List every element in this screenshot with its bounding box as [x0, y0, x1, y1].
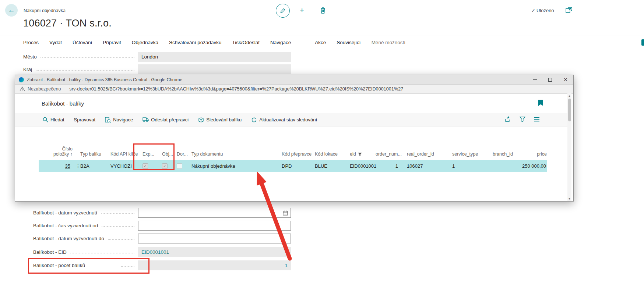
- row-menu-icon[interactable]: ⋮: [75, 163, 81, 169]
- menu-item-akce[interactable]: Akce: [315, 40, 326, 45]
- send-to-carrier-button[interactable]: Odeslat přepravci: [142, 117, 189, 122]
- field-label: Kraj: [23, 67, 32, 72]
- dotted-leader: [41, 53, 134, 58]
- list-options-button[interactable]: [534, 117, 540, 123]
- pocet-baliku-field[interactable]: 1: [138, 260, 291, 270]
- kraj-field[interactable]: [138, 64, 291, 74]
- table-row[interactable]: 35 ⋮ B2A VYCHOZI Nákupní objednávka DPD …: [39, 160, 547, 172]
- menu-item-navigace[interactable]: Navigace: [270, 40, 291, 45]
- calendar-icon[interactable]: [283, 210, 288, 217]
- warning-icon: [20, 86, 25, 92]
- popup-toolbar: Hledat Spravovat Navigace Odeslat přepra…: [15, 113, 567, 127]
- truck-icon: [142, 117, 149, 122]
- eid-link[interactable]: EID0001001: [350, 163, 376, 169]
- popup-scrollbar[interactable]: ▲ ▼: [567, 93, 571, 201]
- column-branch-id[interactable]: branch_id: [493, 152, 518, 159]
- column-obj[interactable]: Obj...: [158, 152, 177, 159]
- package-tracking-button[interactable]: Sledování balíku: [198, 117, 242, 123]
- column-kod-prepravce[interactable]: Kód přepravce: [282, 152, 315, 159]
- datum-vyzvednuti-do-input[interactable]: [138, 234, 291, 243]
- edit-button[interactable]: [276, 4, 290, 18]
- delete-button[interactable]: [320, 7, 326, 15]
- popout-icon: [566, 7, 572, 13]
- scrollbar-thumb[interactable]: [568, 99, 571, 121]
- page-search-icon: [105, 117, 111, 123]
- sort-ascending-icon: ↑: [70, 152, 73, 157]
- exp-checkbox[interactable]: [142, 163, 148, 169]
- chrome-address-bar[interactable]: Nezabezpečeno srv-docker01:5025/BC/?book…: [15, 85, 573, 94]
- table-header: Číslo položky ↑ Typ balíku Kód API klíče…: [39, 142, 547, 159]
- cas-vyzvednuti-od-input[interactable]: [138, 221, 291, 231]
- page-title: 106027 · TON s.r.o.: [23, 18, 112, 29]
- open-in-new-window-button[interactable]: [566, 7, 572, 14]
- saved-status: ✓Uloženo: [531, 8, 554, 13]
- scroll-down-icon[interactable]: ▼: [567, 196, 571, 201]
- dor-checkbox[interactable]: [177, 163, 182, 169]
- menu-item-tisk-odeslat[interactable]: Tisk/Odeslat: [232, 40, 260, 45]
- action-ribbon: Proces Vydat Účtování Připravit Objednáv…: [0, 36, 644, 49]
- manage-button[interactable]: Spravovat: [74, 117, 96, 122]
- mesto-field[interactable]: London: [138, 52, 291, 62]
- menu-item-souvisejici[interactable]: Související: [337, 40, 360, 45]
- ribbon-divider: [304, 39, 304, 46]
- close-button[interactable]: ✕: [558, 75, 573, 84]
- share-icon: [505, 116, 511, 122]
- window-title: Zobrazit - Balíkobot - balíky - Dynamics…: [27, 77, 527, 82]
- column-dor[interactable]: Dor...: [177, 152, 191, 159]
- menu-item-schvalovani[interactable]: Schvalování požadavku: [169, 40, 222, 45]
- column-kod-lokace[interactable]: Kód lokace: [315, 152, 350, 159]
- eid-value-link[interactable]: EID0001001: [141, 249, 169, 255]
- pencil-icon: [280, 8, 286, 14]
- column-cislo-polozky[interactable]: Číslo položky ↑: [39, 146, 75, 159]
- cell-order-num: 1: [376, 163, 403, 169]
- share-button[interactable]: [505, 116, 511, 123]
- column-kod-api[interactable]: Kód API klíče: [110, 152, 138, 159]
- cell-service-type: 1: [452, 163, 493, 169]
- url-divider: [65, 86, 65, 92]
- page-caption: Nákupní objednávka: [24, 8, 66, 13]
- menu-item-pripravit[interactable]: Připravit: [103, 40, 121, 45]
- refresh-tracking-button[interactable]: Aktualizovat stav sledování: [251, 117, 317, 123]
- scroll-up-icon[interactable]: ▲: [567, 93, 571, 98]
- column-eid[interactable]: eid: [350, 152, 376, 159]
- field-row-cas-vyzvednuti-od: Balíkobot - čas vyzvednutí od: [33, 220, 291, 231]
- balikobot-eid-field[interactable]: EID0001001: [138, 247, 291, 257]
- maximize-button[interactable]: [542, 75, 558, 84]
- add-button[interactable]: +: [300, 6, 304, 15]
- security-label: Nezabezpečeno: [28, 86, 61, 92]
- datum-vyzvednuti-input[interactable]: [138, 208, 291, 218]
- field-row-pocet-baliku: Balíkobot - počet balíků 1: [33, 260, 291, 270]
- row-number-link[interactable]: 35: [65, 163, 70, 169]
- field-row-eid: Balíkobot - EID EID0001001: [33, 247, 291, 257]
- obj-checkbox[interactable]: [162, 163, 168, 169]
- dotted-leader: [36, 65, 134, 71]
- column-typ-dokumentu[interactable]: Typ dokumentu: [191, 152, 282, 159]
- column-price[interactable]: price: [518, 152, 547, 159]
- column-typ-baliku[interactable]: Typ balíku: [80, 152, 110, 159]
- bookmark-icon[interactable]: [538, 100, 543, 107]
- funnel-icon: [520, 117, 525, 122]
- column-real-order-id[interactable]: real_order_id: [403, 152, 452, 159]
- column-service-type[interactable]: service_type: [452, 152, 493, 159]
- kod-api-link[interactable]: VYCHOZI: [110, 163, 132, 169]
- cell-real-order-id: 106027: [403, 163, 452, 169]
- column-row-menu: [75, 157, 80, 159]
- pocet-baliku-value: 1: [285, 263, 288, 268]
- menu-item-less-options[interactable]: Méně možností: [372, 40, 405, 45]
- column-exp[interactable]: Exp...: [138, 152, 158, 159]
- kod-prepravce-link[interactable]: DPD: [282, 163, 292, 169]
- menu-item-proces[interactable]: Proces: [23, 40, 39, 45]
- package-icon: [198, 117, 204, 123]
- minimize-button[interactable]: [527, 75, 542, 84]
- navigate-button[interactable]: Navigace: [105, 117, 133, 123]
- menu-item-uctovani[interactable]: Účtování: [73, 40, 92, 45]
- back-button[interactable]: ←: [5, 4, 18, 17]
- kod-lokace-link[interactable]: BLUE: [315, 163, 327, 169]
- menu-item-objednavka[interactable]: Objednávka: [132, 40, 158, 45]
- field-label: Město: [23, 54, 37, 60]
- menu-item-vydat[interactable]: Vydat: [49, 40, 62, 45]
- field-row-mesto: Město London: [23, 51, 291, 62]
- search-button[interactable]: Hledat: [43, 117, 64, 122]
- column-order-num[interactable]: order_num...: [376, 152, 403, 159]
- filter-button[interactable]: [520, 117, 525, 123]
